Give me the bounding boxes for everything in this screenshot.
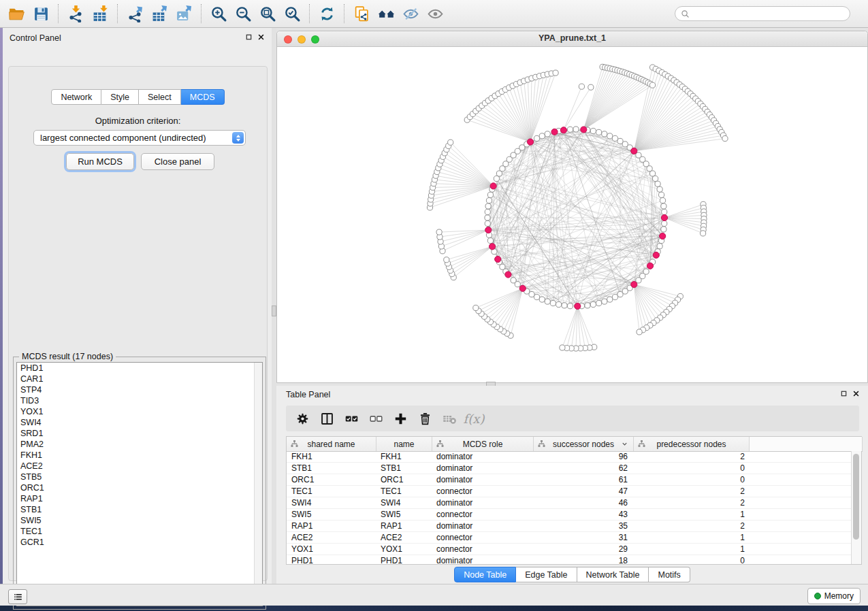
network-node[interactable]	[553, 70, 558, 76]
column-header-MCDS-role[interactable]: MCDS role	[432, 437, 534, 451]
network-node[interactable]	[655, 181, 660, 186]
table-cell[interactable]: SWI5	[376, 509, 432, 520]
search-box[interactable]	[675, 6, 850, 21]
zoom-out-button[interactable]	[231, 3, 255, 24]
network-node[interactable]	[573, 127, 579, 132]
table-row[interactable]: FKH1FKH1dominator962	[287, 451, 852, 463]
table-cell[interactable]: FKH1	[287, 451, 376, 462]
network-node[interactable]	[560, 345, 565, 350]
network-node[interactable]	[585, 303, 590, 308]
chevron-down-icon[interactable]	[621, 440, 628, 448]
table-cell[interactable]: SWI4	[287, 497, 376, 508]
show-columns-button[interactable]	[315, 408, 339, 429]
network-node[interactable]	[612, 294, 617, 299]
network-node[interactable]	[545, 131, 550, 137]
table-cell[interactable]: FKH1	[376, 451, 432, 462]
table-cell[interactable]: 2	[634, 497, 750, 508]
network-node[interactable]	[448, 139, 453, 145]
duplicate-network-button[interactable]	[349, 3, 374, 24]
network-node[interactable]	[494, 176, 499, 181]
mcds-list-item[interactable]: FKH1	[17, 450, 262, 461]
mcds-list-item[interactable]: CAR1	[17, 374, 262, 384]
mcds-node[interactable]	[660, 233, 666, 239]
table-cell[interactable]: connector	[432, 532, 534, 543]
close-panel-button[interactable]: Close panel	[141, 153, 214, 170]
network-node[interactable]	[567, 303, 573, 309]
table-row[interactable]: YOX1YOX1connector291	[287, 544, 852, 555]
mcds-node[interactable]	[647, 263, 653, 269]
mcds-node[interactable]	[495, 256, 501, 262]
network-node[interactable]	[722, 135, 728, 141]
table-row[interactable]: SWI4SWI4dominator462	[287, 497, 852, 509]
table-cell[interactable]: TEC1	[287, 486, 376, 497]
network-node[interactable]	[588, 84, 594, 90]
table-row[interactable]: SWI5SWI5connector431	[287, 509, 852, 521]
mcds-list-scrollbar[interactable]	[254, 363, 262, 606]
table-cell[interactable]: dominator	[432, 463, 534, 474]
table-cell[interactable]: 43	[534, 509, 634, 520]
float-panel-icon[interactable]	[840, 390, 848, 397]
table-cell[interactable]: connector	[432, 544, 534, 555]
export-table-button[interactable]	[147, 3, 172, 24]
memory-button[interactable]: Memory	[807, 588, 861, 604]
mcds-list-item[interactable]: SRD1	[17, 428, 262, 439]
column-header-predecessor-nodes[interactable]: predecessor nodes	[634, 437, 750, 451]
mcds-list-item[interactable]: STB5	[17, 472, 262, 482]
search-input[interactable]	[690, 7, 850, 20]
network-node[interactable]	[550, 300, 556, 306]
deselect-all-button[interactable]	[364, 408, 388, 429]
network-canvas[interactable]	[277, 46, 867, 382]
network-node[interactable]	[661, 203, 666, 209]
mcds-node[interactable]	[505, 271, 511, 278]
tab-edge-table[interactable]: Edge Table	[516, 567, 577, 582]
network-node[interactable]	[612, 135, 617, 141]
table-cell[interactable]: 29	[534, 544, 634, 555]
mcds-node[interactable]	[519, 285, 526, 291]
mcds-list-item[interactable]: TID3	[17, 395, 262, 406]
table-row[interactable]: RAP1RAP1dominator352	[287, 521, 852, 532]
mcds-node[interactable]	[631, 282, 637, 288]
table-cell[interactable]: PHD1	[287, 555, 376, 564]
network-node[interactable]	[660, 198, 665, 203]
network-node[interactable]	[590, 128, 596, 133]
table-row[interactable]: TEC1TEC1connector472	[287, 486, 852, 497]
network-node[interactable]	[662, 220, 667, 226]
import-table-button[interactable]	[88, 3, 112, 24]
network-node[interactable]	[657, 244, 662, 249]
table-mode-button[interactable]	[290, 408, 315, 429]
mcds-list-item[interactable]: ACE2	[17, 461, 262, 472]
table-cell[interactable]: ACE2	[376, 532, 432, 543]
table-cell[interactable]: RAP1	[287, 521, 376, 531]
network-node[interactable]	[649, 82, 655, 88]
network-node[interactable]	[485, 215, 490, 220]
tab-network-table[interactable]: Network Table	[577, 567, 649, 582]
table-cell[interactable]: STB1	[376, 463, 432, 474]
network-node[interactable]	[661, 227, 666, 232]
table-cell[interactable]: SWI4	[376, 497, 432, 508]
mcds-list-item[interactable]: SWI5	[17, 515, 262, 526]
table-cell[interactable]: 35	[534, 521, 634, 531]
hide-selected-button[interactable]	[398, 3, 423, 24]
zoom-fit-button[interactable]	[255, 3, 280, 24]
network-node[interactable]	[637, 329, 642, 335]
tab-node-table[interactable]: Node Table	[454, 567, 516, 582]
mcds-list-item[interactable]: STP4	[17, 384, 262, 395]
table-cell[interactable]: RAP1	[376, 521, 432, 531]
network-node[interactable]	[596, 300, 602, 306]
network-node[interactable]	[534, 135, 539, 141]
mcds-list-item[interactable]: GCR1	[17, 537, 262, 548]
network-node[interactable]	[658, 192, 664, 197]
table-cell[interactable]: 31	[534, 532, 634, 543]
network-node[interactable]	[486, 198, 492, 203]
table-cell[interactable]: dominator	[432, 451, 534, 462]
table-row[interactable]: PHD1PHD1dominator180	[287, 555, 852, 564]
scrollbar-thumb[interactable]	[853, 454, 859, 540]
network-node[interactable]	[485, 209, 490, 214]
create-column-button[interactable]	[388, 408, 413, 429]
mcds-list-item[interactable]: PHD1	[17, 363, 262, 374]
table-body[interactable]: FKH1FKH1dominator962STB1STB1dominator620…	[287, 451, 852, 564]
network-node[interactable]	[602, 299, 607, 304]
vertical-split-divider[interactable]	[272, 28, 276, 585]
network-node[interactable]	[485, 203, 491, 209]
close-panel-icon[interactable]	[852, 390, 860, 397]
